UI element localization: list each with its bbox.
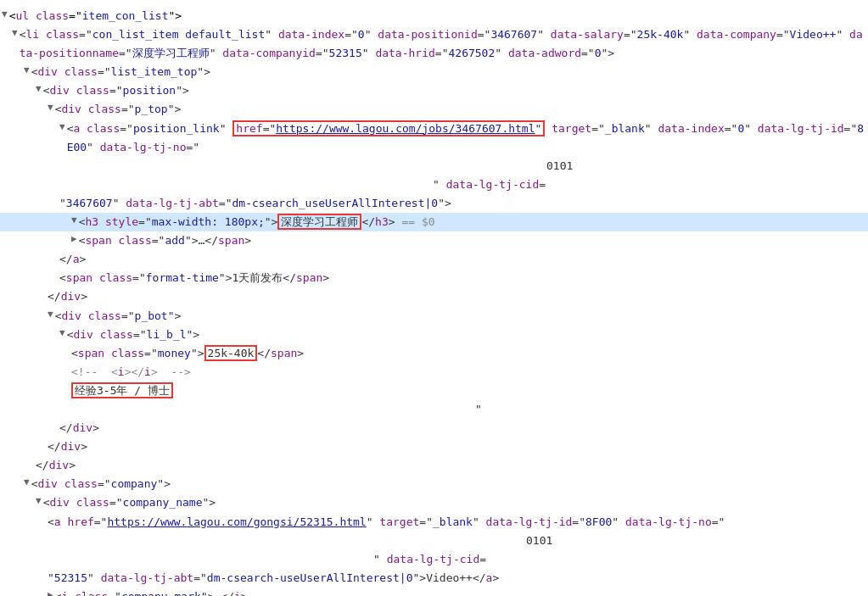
line-content-23: </div> bbox=[36, 456, 865, 475]
code-line-17: <span class="money">25k-40k</span> bbox=[0, 344, 868, 363]
line-content-3: <div class="list_item_top"> bbox=[31, 63, 865, 81]
line-content-12: </a> bbox=[59, 250, 865, 269]
code-line-23: </div> bbox=[0, 456, 868, 475]
code-line-3: ▼ <div class="list_item_top"> bbox=[0, 63, 868, 81]
line-content-25: <div class="company_name"> bbox=[43, 493, 865, 512]
collapse-triangle-6[interactable]: ▼ bbox=[59, 120, 65, 136]
code-line-16: ▼ <div class="li_b_l"> bbox=[0, 326, 868, 344]
collapse-triangle-3[interactable]: ▼ bbox=[24, 63, 30, 79]
line-content-9: "3467607" data-lg-tj-abt="dm-csearch_use… bbox=[59, 194, 865, 213]
collapse-triangle-5[interactable]: ▼ bbox=[48, 100, 53, 116]
code-view: ▼ <ul class="item_con_list"> ▼ <li class… bbox=[0, 0, 868, 596]
line-content-27: 0101 bbox=[0, 532, 865, 550]
line-content-2: <li class="con_list_item default_list" d… bbox=[20, 25, 865, 63]
code-line-8: " data-lg-tj-cid= bbox=[0, 175, 868, 194]
line-content-7: 0101 bbox=[71, 157, 865, 175]
code-line-26: <a href="https://www.lagou.com/gongsi/52… bbox=[0, 513, 868, 532]
line-content-1: <ul class="item_con_list"> bbox=[9, 7, 865, 25]
collapse-triangle-15[interactable]: ▼ bbox=[48, 307, 53, 323]
code-line-6: ▼ <a class="position_link" href="https:/… bbox=[0, 120, 868, 157]
line-content-8: " data-lg-tj-cid= bbox=[59, 175, 865, 194]
code-line-24: ▼ <div class="company"> bbox=[0, 475, 868, 493]
line-content-20: " bbox=[0, 400, 865, 419]
collapse-triangle-16[interactable]: ▼ bbox=[59, 326, 65, 342]
line-content-18: <!-- <i></i> --> bbox=[71, 363, 865, 382]
href-red-box: href="https://www.lagou.com/jobs/3467607… bbox=[232, 120, 545, 136]
collapse-triangle-25[interactable]: ▼ bbox=[36, 493, 42, 510]
line-content-28: " data-lg-tj-cid= bbox=[0, 550, 865, 569]
code-line-30: ▶ <i class="company_mark">…</i> bbox=[0, 588, 868, 596]
collapse-triangle-4[interactable]: ▼ bbox=[36, 81, 42, 97]
line-content-29: "52315" data-lg-tj-abt="dm-csearch-useUs… bbox=[48, 569, 865, 588]
line-content-14: </div> bbox=[48, 287, 865, 306]
line-content-30: <i class="company_mark">…</i> bbox=[55, 588, 865, 596]
code-line-10: ▼ <h3 style="max-width: 180px;">深度学习工程师<… bbox=[0, 213, 868, 231]
code-line-28: " data-lg-tj-cid= bbox=[0, 550, 868, 569]
line-content-16: <div class="li_b_l"> bbox=[67, 326, 865, 344]
code-line-20: " bbox=[0, 400, 868, 419]
code-line-18: <!-- <i></i> --> bbox=[0, 363, 868, 382]
line-content-11: <span class="add">…</span> bbox=[79, 231, 865, 250]
job-title-red-box: 深度学习工程师 bbox=[277, 214, 361, 230]
line-content-4: <div class="position"> bbox=[43, 81, 865, 100]
line-content-5: <div class="p_top"> bbox=[55, 100, 865, 119]
line-content-19: 经验3-5年 / 博士 bbox=[71, 382, 865, 400]
code-line-11: ▶ <span class="add">…</span> bbox=[0, 231, 868, 250]
line-content-24: <div class="company"> bbox=[31, 475, 865, 493]
code-line-22: </div> bbox=[0, 437, 868, 456]
collapse-triangle-11[interactable]: ▶ bbox=[71, 231, 77, 248]
code-line-9: "3467607" data-lg-tj-abt="dm-csearch_use… bbox=[0, 194, 868, 213]
collapse-triangle-30[interactable]: ▶ bbox=[48, 588, 53, 596]
code-line-14: </div> bbox=[0, 287, 868, 306]
code-line-1: ▼ <ul class="item_con_list"> bbox=[0, 7, 868, 25]
code-line-19: 经验3-5年 / 博士 bbox=[0, 382, 868, 400]
salary-red-box: 25k-40k bbox=[204, 345, 258, 361]
collapse-triangle-1[interactable]: ▼ bbox=[2, 7, 8, 23]
code-line-5: ▼ <div class="p_top"> bbox=[0, 100, 868, 119]
code-line-27: 0101 bbox=[0, 532, 868, 550]
collapse-triangle-2[interactable]: ▼ bbox=[12, 25, 18, 42]
code-line-13: <span class="format-time">1天前发布</span> bbox=[0, 269, 868, 287]
collapse-triangle-24[interactable]: ▼ bbox=[24, 475, 30, 491]
code-line-29: "52315" data-lg-tj-abt="dm-csearch-useUs… bbox=[0, 569, 868, 588]
line-content-17: <span class="money">25k-40k</span> bbox=[71, 344, 865, 363]
code-line-2: ▼ <li class="con_list_item default_list"… bbox=[0, 25, 868, 63]
code-line-21: </div> bbox=[0, 419, 868, 437]
experience-red-box: 经验3-5年 / 博士 bbox=[71, 382, 173, 398]
line-content-6: <a class="position_link" href="https://w… bbox=[67, 120, 865, 157]
code-line-25: ▼ <div class="company_name"> bbox=[0, 493, 868, 512]
code-line-4: ▼ <div class="position"> bbox=[0, 81, 868, 100]
line-content-22: </div> bbox=[48, 437, 865, 456]
code-line-7: 0101 bbox=[0, 157, 868, 175]
collapse-triangle-10[interactable]: ▼ bbox=[71, 213, 77, 229]
code-line-12: </a> bbox=[0, 250, 868, 269]
line-content-10: <h3 style="max-width: 180px;">深度学习工程师</h… bbox=[79, 213, 865, 231]
line-content-15: <div class="p_bot"> bbox=[55, 307, 865, 326]
line-content-26: <a href="https://www.lagou.com/gongsi/52… bbox=[48, 513, 865, 532]
line-content-13: <span class="format-time">1天前发布</span> bbox=[59, 269, 865, 287]
code-line-15: ▼ <div class="p_bot"> bbox=[0, 307, 868, 326]
line-content-21: </div> bbox=[59, 419, 865, 437]
